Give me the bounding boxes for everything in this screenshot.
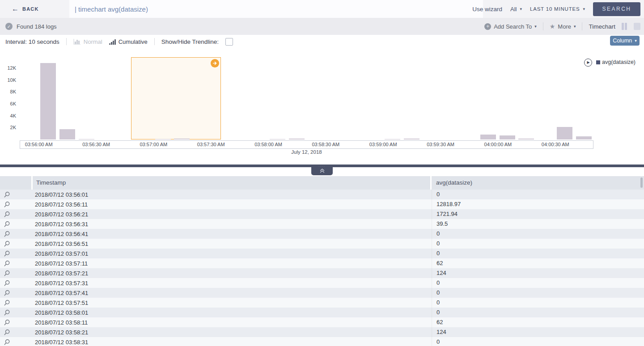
grid-view-icon[interactable] <box>634 23 640 30</box>
table-row[interactable]: 2018/07/12 03:58:1162 <box>0 317 644 327</box>
cumulative-label: Cumulative <box>119 38 148 45</box>
chart-bar[interactable] <box>270 139 285 139</box>
magnifier-icon[interactable] <box>4 211 10 218</box>
search-query-input[interactable] <box>69 0 483 18</box>
table-row[interactable]: 2018/07/12 03:56:410 <box>0 229 644 239</box>
row-inspect-cell[interactable] <box>0 280 31 287</box>
table-row[interactable]: 2018/07/12 03:58:21124 <box>0 327 644 337</box>
scope-value: All <box>510 6 517 13</box>
back-button[interactable]: ← BACK <box>12 0 39 18</box>
row-inspect-cell[interactable] <box>0 270 31 277</box>
grid-header-avg-datasize[interactable]: avg(datasize) <box>432 176 644 190</box>
row-avg-datasize: 1721.94 <box>432 209 644 219</box>
cumulative-mode-button[interactable]: Cumulative <box>109 38 148 45</box>
row-inspect-cell[interactable] <box>0 250 31 257</box>
split-view-icon[interactable] <box>622 23 627 30</box>
row-inspect-cell[interactable] <box>0 339 31 346</box>
magnifier-icon[interactable] <box>4 290 10 296</box>
chart-bar[interactable] <box>59 129 75 139</box>
table-row[interactable]: 2018/07/12 03:57:1162 <box>0 258 644 268</box>
chart-bar[interactable] <box>289 139 305 139</box>
scrollbar-thumb[interactable] <box>640 177 643 188</box>
chart-type-dropdown[interactable]: Column ▾ <box>610 36 640 46</box>
magnifier-icon[interactable] <box>4 201 10 208</box>
table-row[interactable]: 2018/07/12 03:56:211721.94 <box>0 209 644 219</box>
chart-bar[interactable] <box>385 139 400 139</box>
zoom-selection-button[interactable] <box>211 59 219 68</box>
magnifier-icon[interactable] <box>4 280 10 287</box>
grid-header-timestamp[interactable]: Timestamp <box>33 176 430 190</box>
row-inspect-cell[interactable] <box>0 290 31 296</box>
row-inspect-cell[interactable] <box>0 211 31 218</box>
y-tick-label: 10K <box>0 77 16 83</box>
magnifier-icon[interactable] <box>4 250 10 257</box>
magnifier-icon[interactable] <box>4 221 10 228</box>
table-row[interactable]: 2018/07/12 03:58:310 <box>0 337 644 346</box>
row-inspect-cell[interactable] <box>0 329 31 336</box>
more-dropdown[interactable]: ★ More ▾ <box>550 23 576 30</box>
x-tick-label: 03:56:00 AM <box>25 142 53 147</box>
table-row[interactable]: 2018/07/12 03:58:010 <box>0 308 644 317</box>
chart-bar[interactable] <box>576 136 592 139</box>
table-row[interactable]: 2018/07/12 03:57:310 <box>0 278 644 288</box>
chart-bar[interactable] <box>500 135 515 139</box>
magnifier-icon[interactable] <box>4 319 10 326</box>
row-timestamp: 2018/07/12 03:57:41 <box>31 290 432 296</box>
table-row[interactable]: 2018/07/12 03:57:410 <box>0 288 644 298</box>
scope-dropdown[interactable]: All ▾ <box>510 6 522 13</box>
normal-mode-button[interactable]: Normal <box>73 38 102 45</box>
row-avg-datasize: 0 <box>432 298 644 308</box>
magnifier-icon[interactable] <box>4 270 10 277</box>
chart-bar[interactable] <box>480 135 496 139</box>
row-inspect-cell[interactable] <box>0 300 31 306</box>
row-inspect-cell[interactable] <box>0 231 31 237</box>
magnifier-icon[interactable] <box>4 260 10 267</box>
row-inspect-cell[interactable] <box>0 241 31 247</box>
magnifier-icon[interactable] <box>4 309 10 316</box>
search-button[interactable]: SEARCH <box>593 2 640 16</box>
row-avg-datasize: 0 <box>432 308 644 317</box>
row-inspect-cell[interactable] <box>0 319 31 326</box>
collapse-panel-handle[interactable]: ···· <box>311 165 333 175</box>
chart-bar[interactable] <box>40 63 56 139</box>
trendline-checkbox[interactable] <box>225 38 233 46</box>
table-row[interactable]: 2018/07/12 03:57:21124 <box>0 268 644 278</box>
table-row[interactable]: 2018/07/12 03:56:1112818.97 <box>0 199 644 209</box>
chart-bar[interactable] <box>557 127 572 139</box>
chart-bar[interactable] <box>79 139 94 139</box>
row-inspect-cell[interactable] <box>0 201 31 208</box>
row-timestamp: 2018/07/12 03:57:31 <box>31 280 432 287</box>
row-inspect-cell[interactable] <box>0 221 31 228</box>
chart-selection[interactable] <box>131 57 221 139</box>
magnifier-icon[interactable] <box>4 241 10 247</box>
row-inspect-cell[interactable] <box>0 191 31 198</box>
x-axis[interactable]: 03:56:00 AM03:56:30 AM03:57:00 AM03:57:3… <box>20 140 593 149</box>
magnifier-icon[interactable] <box>4 231 10 237</box>
chart-bar[interactable] <box>174 139 190 139</box>
table-row[interactable]: 2018/07/12 03:57:510 <box>0 298 644 308</box>
table-row[interactable]: 2018/07/12 03:56:510 <box>0 239 644 249</box>
chart-bar[interactable] <box>518 139 534 139</box>
chart-legend[interactable]: avg(datasize) <box>596 59 636 65</box>
row-inspect-cell[interactable] <box>0 309 31 316</box>
chart-bar[interactable] <box>404 139 419 139</box>
magnifier-icon[interactable] <box>4 339 10 346</box>
magnifier-icon[interactable] <box>4 191 10 198</box>
more-label: More <box>558 23 571 30</box>
table-row[interactable]: 2018/07/12 03:56:3139.5 <box>0 219 644 229</box>
row-inspect-cell[interactable] <box>0 260 31 267</box>
x-tick-label: 03:58:30 AM <box>312 142 340 147</box>
table-row[interactable]: 2018/07/12 03:57:010 <box>0 249 644 258</box>
table-row[interactable]: 2018/07/12 03:56:010 <box>0 190 644 199</box>
magnifier-icon[interactable] <box>4 329 10 336</box>
timechart-plot <box>20 57 593 139</box>
play-button[interactable]: ▶ <box>584 59 592 67</box>
time-range-dropdown[interactable]: LAST 10 MINUTES ▾ <box>530 6 585 12</box>
use-wizard-link[interactable]: Use wizard <box>472 6 502 13</box>
chart-bar[interactable] <box>155 139 171 139</box>
add-search-to-dropdown[interactable]: + Add Search To ▾ <box>484 23 537 30</box>
y-axis: 12K10K8K6K4K2K <box>0 57 16 139</box>
row-avg-datasize: 0 <box>432 278 644 288</box>
row-timestamp: 2018/07/12 03:56:31 <box>31 221 432 228</box>
magnifier-icon[interactable] <box>4 300 10 306</box>
